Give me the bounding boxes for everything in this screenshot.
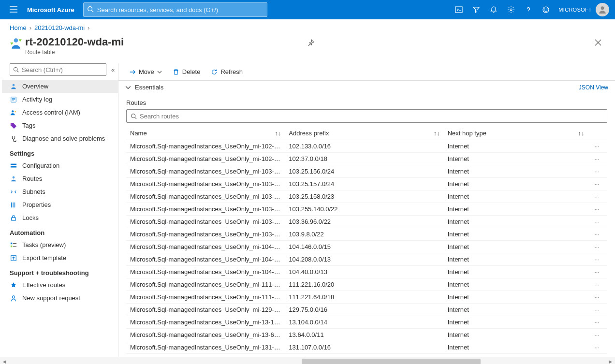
route-name-cell[interactable]: Microsoft.Sql-managedInstances_UseOnly_m… (126, 253, 285, 266)
sidebar-item-tags[interactable]: Tags (2, 119, 118, 132)
sidebar-item-tasks[interactable]: Tasks (preview) (2, 238, 118, 251)
row-context-menu[interactable]: ··· (594, 218, 600, 225)
breadcrumb-parent[interactable]: 20210120-wda-mi (34, 24, 85, 31)
sidebar-item-locks[interactable]: Locks (2, 211, 118, 224)
route-name-cell[interactable]: Microsoft.Sql-managedInstances_UseOnly_m… (126, 329, 285, 341)
column-next-hop[interactable]: Next hop type↑↓ (444, 127, 588, 140)
horizontal-scrollbar[interactable]: ◄ ► (0, 357, 615, 364)
sidebar-item-properties[interactable]: Properties (2, 198, 118, 211)
help-icon[interactable] (520, 0, 537, 19)
row-context-menu[interactable]: ··· (594, 331, 600, 338)
json-view-link[interactable]: JSON View (579, 84, 608, 91)
sidebar-item-routes[interactable]: Routes (2, 172, 118, 185)
scroll-track[interactable] (9, 358, 606, 364)
delete-button[interactable]: Delete (169, 66, 205, 77)
sidebar-search[interactable] (10, 63, 106, 76)
refresh-button[interactable]: Refresh (207, 66, 247, 77)
pin-button[interactable] (308, 35, 314, 47)
route-name-cell[interactable]: Microsoft.Sql-managedInstances_UseOnly_m… (126, 216, 285, 228)
route-name-cell[interactable]: Microsoft.Sql-managedInstances_UseOnly_m… (126, 153, 285, 165)
sidebar-item-new-support-request[interactable]: New support request (2, 291, 118, 305)
sidebar-section-support: Support + troubleshooting (2, 264, 118, 278)
row-context-menu[interactable]: ··· (594, 168, 600, 175)
table-row[interactable]: Microsoft.Sql-managedInstances_UseOnly_m… (126, 216, 607, 228)
settings-icon[interactable] (502, 0, 520, 19)
routes-search-input[interactable] (140, 113, 603, 120)
table-row[interactable]: Microsoft.Sql-managedInstances_UseOnly_m… (126, 140, 607, 153)
collapse-sidebar-button[interactable]: « (111, 66, 115, 73)
route-name-cell[interactable]: Microsoft.Sql-managedInstances_UseOnly_m… (126, 165, 285, 178)
route-name-cell[interactable]: Microsoft.Sql-managedInstances_UseOnly_m… (126, 140, 285, 153)
avatar[interactable] (596, 3, 609, 16)
hamburger-menu[interactable] (4, 6, 23, 14)
column-name[interactable]: Name↑↓ (126, 127, 285, 140)
notifications-icon[interactable] (485, 0, 502, 19)
table-row[interactable]: Microsoft.Sql-managedInstances_UseOnly_m… (126, 316, 607, 329)
sidebar-item-overview[interactable]: Overview (2, 80, 118, 93)
route-name-cell[interactable]: Microsoft.Sql-managedInstances_UseOnly_m… (126, 316, 285, 329)
table-row[interactable]: Microsoft.Sql-managedInstances_UseOnly_m… (126, 165, 607, 178)
global-search-input[interactable] (97, 6, 267, 14)
row-context-menu[interactable]: ··· (594, 155, 600, 162)
sidebar-item-subnets[interactable]: Subnets (2, 185, 118, 198)
row-context-menu[interactable]: ··· (594, 256, 600, 263)
scroll-right-icon[interactable]: ► (606, 359, 615, 364)
scroll-left-icon[interactable]: ◄ (0, 359, 9, 364)
brand-label[interactable]: Microsoft Azure (23, 6, 83, 14)
column-address-prefix[interactable]: Address prefix↑↓ (285, 127, 443, 140)
row-context-menu[interactable]: ··· (594, 281, 600, 288)
route-name-cell[interactable]: Microsoft.Sql-managedInstances_UseOnly_m… (126, 228, 285, 241)
row-context-menu[interactable]: ··· (594, 243, 600, 250)
route-name-cell[interactable]: Microsoft.Sql-managedInstances_UseOnly_m… (126, 190, 285, 203)
routes-search[interactable] (126, 109, 607, 123)
row-context-menu[interactable]: ··· (594, 306, 600, 313)
row-context-menu[interactable]: ··· (594, 143, 600, 150)
directory-filter-icon[interactable] (468, 0, 485, 19)
feedback-icon[interactable] (537, 0, 555, 19)
sidebar-item-export-template[interactable]: Export template (2, 251, 118, 264)
table-row[interactable]: Microsoft.Sql-managedInstances_UseOnly_m… (126, 291, 607, 304)
move-button[interactable]: Move (125, 66, 166, 77)
table-row[interactable]: Microsoft.Sql-managedInstances_UseOnly_m… (126, 278, 607, 291)
row-context-menu[interactable]: ··· (594, 344, 600, 351)
table-row[interactable]: Microsoft.Sql-managedInstances_UseOnly_m… (126, 241, 607, 253)
table-row[interactable]: Microsoft.Sql-managedInstances_UseOnly_m… (126, 153, 607, 165)
sidebar-item-effective-routes[interactable]: Effective routes (2, 278, 118, 291)
row-context-menu[interactable]: ··· (594, 293, 600, 301)
sidebar-item-diagnose[interactable]: Diagnose and solve problems (2, 132, 118, 145)
route-name-cell[interactable]: Microsoft.Sql-managedInstances_UseOnly_m… (126, 178, 285, 190)
scroll-thumb[interactable] (302, 359, 481, 364)
essentials-toggle[interactable]: Essentials (125, 84, 163, 91)
route-name-cell[interactable]: Microsoft.Sql-managedInstances_UseOnly_m… (126, 304, 285, 316)
table-row[interactable]: Microsoft.Sql-managedInstances_UseOnly_m… (126, 190, 607, 203)
row-context-menu[interactable]: ··· (594, 268, 600, 276)
breadcrumb-home[interactable]: Home (10, 24, 27, 31)
sidebar-search-input[interactable] (22, 66, 103, 73)
row-context-menu[interactable]: ··· (594, 193, 600, 200)
table-row[interactable]: Microsoft.Sql-managedInstances_UseOnly_m… (126, 341, 607, 354)
table-row[interactable]: Microsoft.Sql-managedInstances_UseOnly_m… (126, 266, 607, 278)
route-name-cell[interactable]: Microsoft.Sql-managedInstances_UseOnly_m… (126, 278, 285, 291)
sidebar-item-activity-log[interactable]: Activity log (2, 93, 118, 106)
route-name-cell[interactable]: Microsoft.Sql-managedInstances_UseOnly_m… (126, 291, 285, 304)
table-row[interactable]: Microsoft.Sql-managedInstances_UseOnly_m… (126, 178, 607, 190)
table-row[interactable]: Microsoft.Sql-managedInstances_UseOnly_m… (126, 304, 607, 316)
global-search[interactable] (83, 2, 267, 17)
route-name-cell[interactable]: Microsoft.Sql-managedInstances_UseOnly_m… (126, 203, 285, 216)
table-row[interactable]: Microsoft.Sql-managedInstances_UseOnly_m… (126, 329, 607, 341)
table-row[interactable]: Microsoft.Sql-managedInstances_UseOnly_m… (126, 228, 607, 241)
sidebar-item-configuration[interactable]: Configuration (2, 159, 118, 172)
account-area[interactable]: MICROSOFT (558, 3, 611, 16)
row-context-menu[interactable]: ··· (594, 319, 600, 326)
row-context-menu[interactable]: ··· (594, 231, 600, 238)
route-name-cell[interactable]: Microsoft.Sql-managedInstances_UseOnly_m… (126, 241, 285, 253)
cloud-shell-icon[interactable] (450, 0, 468, 19)
route-name-cell[interactable]: Microsoft.Sql-managedInstances_UseOnly_m… (126, 341, 285, 354)
row-context-menu[interactable]: ··· (594, 180, 600, 188)
table-row[interactable]: Microsoft.Sql-managedInstances_UseOnly_m… (126, 253, 607, 266)
row-context-menu[interactable]: ··· (594, 205, 600, 213)
close-button[interactable] (591, 35, 605, 52)
route-name-cell[interactable]: Microsoft.Sql-managedInstances_UseOnly_m… (126, 266, 285, 278)
sidebar-item-access-control[interactable]: Access control (IAM) (2, 106, 118, 119)
table-row[interactable]: Microsoft.Sql-managedInstances_UseOnly_m… (126, 203, 607, 216)
